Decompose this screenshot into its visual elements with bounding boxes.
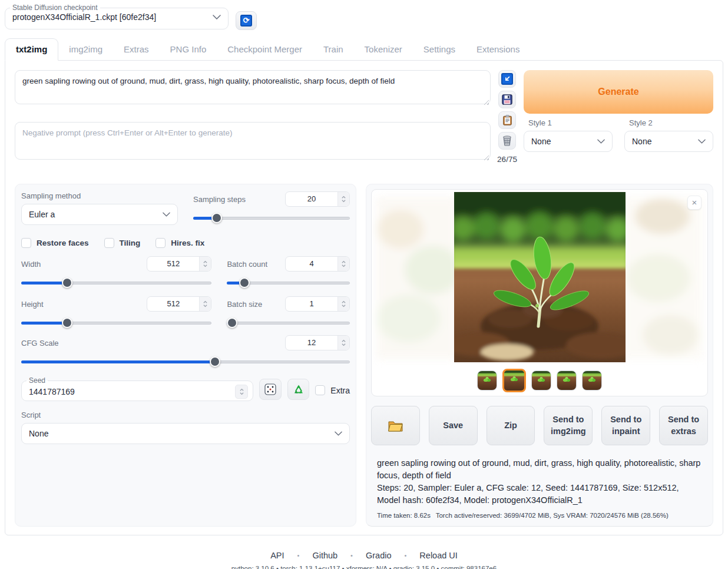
refresh-icon: ⟳ <box>240 15 252 27</box>
cfg-scale-slider[interactable] <box>21 356 350 367</box>
checkpoint-select[interactable]: Stable Diffusion checkpoint protogenX34O… <box>5 4 229 29</box>
stepper-arrows[interactable] <box>337 257 349 271</box>
batch-count-slider[interactable] <box>227 277 350 288</box>
tab-train[interactable]: Train <box>313 39 354 60</box>
clipboard-icon <box>502 115 512 125</box>
batch-size-label: Batch size <box>227 300 262 309</box>
style1-label: Style 1 <box>528 118 613 127</box>
save-style-button[interactable] <box>498 91 516 108</box>
script-select[interactable]: None <box>21 423 350 444</box>
stepper-arrows[interactable] <box>199 297 211 311</box>
paste-button[interactable] <box>498 111 516 129</box>
dice-icon <box>264 383 276 395</box>
sampling-method-label: Sampling method <box>21 191 178 200</box>
slider-knob[interactable] <box>62 317 72 328</box>
thumbnail-4[interactable] <box>557 370 577 391</box>
checkpoint-value: protogenX34OfficialR_1.ckpt [60fe2f34] <box>12 12 156 22</box>
footer-link-gradio[interactable]: Gradio <box>361 551 396 560</box>
style2-label: Style 2 <box>629 118 713 127</box>
send-to-img2img-button[interactable]: Send to img2img <box>544 406 593 445</box>
style1-select[interactable]: None <box>524 131 613 152</box>
checkpoint-bar: Stable Diffusion checkpoint protogenX34O… <box>0 0 728 30</box>
reuse-seed-button[interactable] <box>287 379 309 400</box>
batch-count-input[interactable]: 4 <box>285 256 350 272</box>
footer-link-api[interactable]: API <box>266 551 289 560</box>
style2-select[interactable]: None <box>624 131 713 152</box>
tab-txt2img[interactable]: txt2img <box>5 38 58 61</box>
tab-extensions[interactable]: Extensions <box>466 39 530 60</box>
footer: API • Github • Gradio • Reload UI python… <box>0 551 728 569</box>
info-prompt: green sapling rowing out of ground, mud,… <box>377 457 702 482</box>
footer-link-reload-ui[interactable]: Reload UI <box>415 551 462 560</box>
tab-png-info[interactable]: PNG Info <box>160 39 217 60</box>
checkbox-icon <box>21 238 31 248</box>
refresh-checkpoints-button[interactable]: ⟳ <box>236 11 257 30</box>
height-slider[interactable] <box>21 317 211 328</box>
thumbnail-1[interactable] <box>477 370 497 391</box>
result-actions: Save Zip Send to img2img Send to inpaint… <box>371 406 708 445</box>
tab-checkpoint-merger[interactable]: Checkpoint Merger <box>217 39 313 60</box>
prompt-input[interactable]: green sapling rowing out of ground, mud,… <box>15 70 491 104</box>
stepper-arrows[interactable] <box>235 385 248 399</box>
slider-knob[interactable] <box>239 277 250 288</box>
send-to-extras-button[interactable]: Send to extras <box>659 406 708 445</box>
slider-knob[interactable] <box>227 317 237 328</box>
slider-knob[interactable] <box>62 277 72 288</box>
recycle-icon <box>293 383 305 395</box>
separator-dot: • <box>297 552 300 559</box>
seed-value: 1441787169 <box>29 387 75 396</box>
info-performance: Time taken: 8.62s Torch active/reserved:… <box>377 512 702 519</box>
token-counter: 26/75 <box>497 155 517 164</box>
tab-tokenizer[interactable]: Tokenizer <box>354 39 413 60</box>
save-button[interactable]: Save <box>429 406 478 445</box>
batch-size-input[interactable]: 1 <box>285 296 350 312</box>
send-to-inpaint-button[interactable]: Send to inpaint <box>601 406 650 445</box>
sampling-steps-input[interactable]: 20 <box>285 191 350 207</box>
extra-seed-checkbox[interactable]: Extra <box>315 385 350 395</box>
prompt-column: green sapling rowing out of ground, mud,… <box>15 70 491 164</box>
prompt-tools: 26/75 <box>498 70 517 164</box>
close-icon[interactable]: × <box>687 196 701 210</box>
results-panel: × <box>366 184 713 527</box>
stepper-arrows[interactable] <box>337 192 349 206</box>
width-slider[interactable] <box>21 277 211 288</box>
slider-knob[interactable] <box>211 213 222 223</box>
stepper-arrows[interactable] <box>337 336 349 350</box>
restore-faces-checkbox[interactable]: Restore faces <box>21 238 89 248</box>
open-folder-button[interactable] <box>371 406 420 445</box>
negative-prompt-input[interactable] <box>15 122 491 160</box>
footer-link-github[interactable]: Github <box>307 551 342 560</box>
generation-info: green sapling rowing out of ground, mud,… <box>371 445 708 519</box>
checkbox-icon <box>104 238 114 248</box>
generate-button[interactable]: Generate <box>524 70 713 114</box>
zip-button[interactable]: Zip <box>487 406 535 445</box>
slider-knob[interactable] <box>210 356 220 367</box>
tab-img2img[interactable]: img2img <box>58 39 113 60</box>
random-seed-button[interactable] <box>259 379 281 400</box>
gallery-side-image-left <box>376 197 457 359</box>
cfg-scale-input[interactable]: 12 <box>285 335 350 350</box>
tab-settings[interactable]: Settings <box>413 39 466 60</box>
sampling-steps-slider[interactable] <box>193 213 350 223</box>
thumbnail-3[interactable] <box>531 370 551 391</box>
height-label: Height <box>21 300 44 309</box>
thumbnail-2-selected[interactable] <box>502 369 526 392</box>
width-input[interactable]: 512 <box>147 256 211 272</box>
batch-size-slider[interactable] <box>227 317 350 328</box>
gallery-thumbnails <box>372 364 707 396</box>
script-label: Script <box>21 411 350 419</box>
height-input[interactable]: 512 <box>147 296 211 312</box>
generated-image[interactable] <box>454 192 626 362</box>
stepper-arrows[interactable] <box>199 257 211 271</box>
seed-field[interactable]: Seed 1441787169 <box>21 376 253 401</box>
checkbox-icon <box>155 238 166 248</box>
thumbnail-5[interactable] <box>582 370 602 391</box>
hires-fix-checkbox[interactable]: Hires. fix <box>155 238 204 248</box>
tab-extras[interactable]: Extras <box>113 39 160 60</box>
sampling-method-select[interactable]: Euler a <box>21 204 178 225</box>
clear-prompt-button[interactable] <box>498 132 516 150</box>
app-root: Stable Diffusion checkpoint protogenX34O… <box>0 0 728 569</box>
tiling-checkbox[interactable]: Tiling <box>104 238 141 248</box>
stepper-arrows[interactable] <box>337 297 349 311</box>
read-parameters-button[interactable] <box>498 70 516 88</box>
